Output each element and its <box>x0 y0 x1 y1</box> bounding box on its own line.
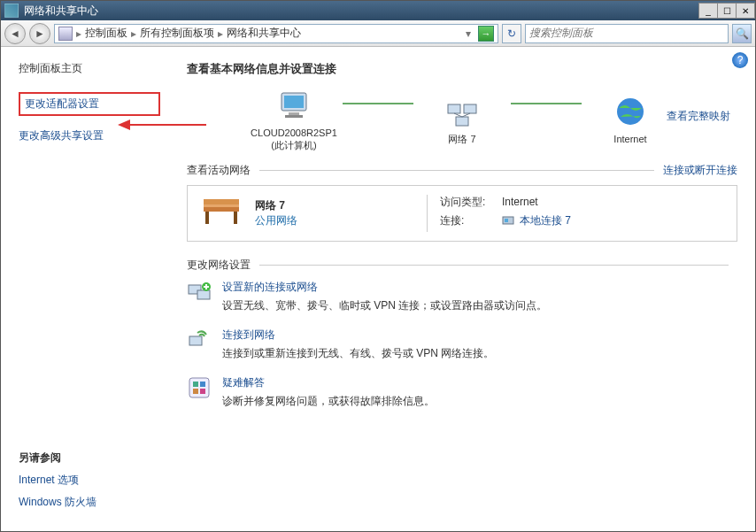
setting-desc-new-connection: 设置无线、宽带、拨号、临时或 VPN 连接；或设置路由器或访问点。 <box>222 298 547 313</box>
svg-rect-22 <box>189 336 202 345</box>
search-input[interactable]: 搜索控制面板 <box>525 24 729 43</box>
map-internet-label: Internet <box>582 133 679 145</box>
active-network-box: 网络 7 公用网络 访问类型: Internet 连接: 本地连接 7 <box>187 185 737 242</box>
body: ? 控制面板主页 更改适配器设置 更改高级共享设置 另请参阅 Internet … <box>1 47 755 531</box>
svg-rect-20 <box>197 290 210 299</box>
svg-rect-27 <box>200 389 205 394</box>
access-type-label: 访问类型: <box>440 195 497 210</box>
sidebar-link-advanced-sharing[interactable]: 更改高级共享设置 <box>19 128 160 143</box>
see-also-internet-options[interactable]: Internet 选项 <box>19 473 160 488</box>
breadcrumb-leaf[interactable]: 网络和共享中心 <box>227 26 301 41</box>
view-full-map-link[interactable]: 查看完整映射 <box>667 109 730 124</box>
maximize-button[interactable]: ☐ <box>717 3 737 19</box>
svg-rect-6 <box>448 104 460 113</box>
setting-desc-troubleshoot: 诊断并修复网络问题，或获得故障排除信息。 <box>222 394 435 409</box>
network-details: 访问类型: Internet 连接: 本地连接 7 <box>427 195 724 232</box>
close-button[interactable]: ✕ <box>736 3 755 19</box>
setting-desc-connect: 连接到或重新连接到无线、有线、拨号或 VPN 网络连接。 <box>222 346 494 361</box>
svg-rect-7 <box>464 104 476 113</box>
map-this-pc-name: CLOUD2008R2SP1 <box>245 127 343 139</box>
go-button[interactable]: → <box>478 26 494 42</box>
connection-label: 连接: <box>440 213 497 228</box>
svg-rect-15 <box>234 212 237 224</box>
map-connector-1 <box>343 103 413 104</box>
refresh-button[interactable]: ↻ <box>502 24 521 43</box>
minimize-button[interactable]: _ <box>698 3 718 19</box>
active-networks-header: 查看活动网络 连接或断开连接 <box>187 163 737 178</box>
breadcrumb-root[interactable]: 控制面板 <box>85 26 127 41</box>
map-node-internet: Internet <box>582 94 679 145</box>
window-buttons: _ ☐ ✕ <box>699 3 755 19</box>
svg-rect-26 <box>193 389 198 394</box>
page-heading: 查看基本网络信息并设置连接 <box>187 61 737 77</box>
map-network-label: 网络 7 <box>413 133 511 145</box>
network-icon <box>444 94 480 129</box>
new-connection-icon <box>187 280 212 305</box>
addr-dropdown-icon[interactable]: ▾ <box>466 27 471 40</box>
svg-rect-4 <box>289 112 299 115</box>
svg-rect-13 <box>204 204 239 207</box>
change-settings-section: 更改网络设置 设置新的连接或网络 设置无线、宽带、拨号、临时或 VPN 连接；或… <box>187 258 737 409</box>
svg-rect-16 <box>204 199 239 204</box>
svg-line-9 <box>454 113 462 117</box>
access-type-value: Internet <box>502 196 538 208</box>
titlebar: 网络和共享中心 _ ☐ ✕ <box>1 1 755 20</box>
map-node-this-pc: CLOUD2008R2SP1 (此计算机) <box>245 88 343 152</box>
svg-rect-14 <box>205 212 209 224</box>
app-icon <box>4 4 19 18</box>
bench-icon <box>200 196 243 231</box>
computer-icon <box>276 88 312 123</box>
main-content: 查看基本网络信息并设置连接 查看完整映射 CLOUD2008R2SP1 (此计算… <box>178 47 755 531</box>
active-networks-title: 查看活动网络 <box>187 163 251 178</box>
change-settings-heading: 更改网络设置 <box>187 258 251 273</box>
forward-button[interactable]: ► <box>29 23 50 44</box>
svg-point-11 <box>617 98 644 125</box>
address-bar[interactable]: ▸ 控制面板 ▸ 所有控制面板项 ▸ 网络和共享中心 ▾ → <box>54 24 498 43</box>
network-name: 网络 7 <box>255 198 414 213</box>
map-connector-2 <box>511 103 582 104</box>
svg-line-10 <box>462 113 470 117</box>
troubleshoot-icon <box>187 375 212 400</box>
connect-network-icon <box>187 328 212 352</box>
map-this-pc-sub: (此计算机) <box>245 139 343 151</box>
svg-rect-25 <box>200 382 205 387</box>
svg-rect-23 <box>189 378 209 397</box>
toolbar: ◄ ► ▸ 控制面板 ▸ 所有控制面板项 ▸ 网络和共享中心 ▾ → ↻ 搜索控… <box>1 20 755 47</box>
setting-item-new-connection: 设置新的连接或网络 设置无线、宽带、拨号、临时或 VPN 连接；或设置路由器或访… <box>187 280 737 313</box>
sidebar-link-adapter-settings[interactable]: 更改适配器设置 <box>19 92 160 116</box>
setting-item-connect: 连接到网络 连接到或重新连接到无线、有线、拨号或 VPN 网络连接。 <box>187 328 737 361</box>
svg-rect-18 <box>505 219 508 222</box>
svg-rect-5 <box>285 115 303 118</box>
connection-link[interactable]: 本地连接 7 <box>520 213 571 228</box>
address-icon <box>58 27 73 41</box>
see-also-heading: 另请参阅 <box>19 451 160 466</box>
svg-rect-24 <box>193 382 198 387</box>
setting-title-troubleshoot[interactable]: 疑难解答 <box>222 375 435 390</box>
globe-icon <box>613 94 648 129</box>
setting-title-new-connection[interactable]: 设置新的连接或网络 <box>222 280 547 295</box>
sidebar-home[interactable]: 控制面板主页 <box>19 61 160 76</box>
map-node-network: 网络 7 <box>413 94 511 145</box>
nic-icon <box>502 214 514 227</box>
connect-disconnect-link[interactable]: 连接或断开连接 <box>663 163 737 178</box>
search-button[interactable]: 🔍 <box>732 24 752 43</box>
back-button[interactable]: ◄ <box>4 23 26 44</box>
setting-item-troubleshoot: 疑难解答 诊断并修复网络问题，或获得故障排除信息。 <box>187 375 737 409</box>
network-map: CLOUD2008R2SP1 (此计算机) 网络 7 Internet <box>187 88 737 152</box>
window-title: 网络和共享中心 <box>24 4 699 19</box>
setting-title-connect[interactable]: 连接到网络 <box>222 328 494 343</box>
svg-rect-3 <box>284 96 304 108</box>
network-type-link[interactable]: 公用网络 <box>255 213 414 228</box>
breadcrumb-mid[interactable]: 所有控制面板项 <box>140 26 214 41</box>
network-info: 网络 7 公用网络 <box>255 198 414 228</box>
sidebar: 控制面板主页 更改适配器设置 更改高级共享设置 另请参阅 Internet 选项… <box>1 47 178 531</box>
svg-rect-8 <box>456 117 468 126</box>
window-root: 网络和共享中心 _ ☐ ✕ ◄ ► ▸ 控制面板 ▸ 所有控制面板项 ▸ 网络和… <box>0 0 756 532</box>
see-also-windows-firewall[interactable]: Windows 防火墙 <box>19 495 160 510</box>
